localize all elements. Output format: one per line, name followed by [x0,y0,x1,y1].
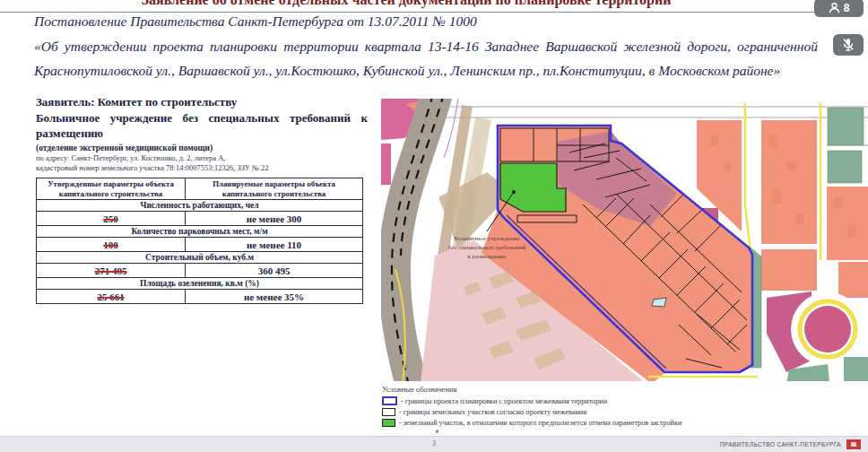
table-row: 100 не менее 110 [37,238,363,252]
planned-value: не менее 110 [186,238,363,252]
approved-value: 250 [37,212,186,226]
legend-item-label: - земельный участок, в отношении которог… [399,419,681,427]
page-title: Заявление об отмене отдельных частей док… [0,0,812,8]
site-plan-svg: Больничное учреждение без специальных тр… [381,99,868,381]
table-row: 250 не менее 300 [37,212,363,226]
resolution-description: «Об утверждении проекта планировки терри… [34,35,818,83]
table-row: Численность работающих, чел [37,200,363,212]
footer-org: ПРАВИТЕЛЬСТВО САНКТ-ПЕТЕРБУРГА [720,439,861,449]
table-header-row: Утвержденные параметры объекта капитальн… [37,178,363,200]
participants-button[interactable]: 8 [814,0,864,17]
col-header-approved: Утвержденные параметры объекта капитальн… [37,178,186,200]
category-label: Площадь озеленения, кв.м (%) [37,278,363,290]
table-row: Строительный объем, куб.м [37,252,363,264]
category-label: Численность работающих, чел [37,200,363,212]
applicant-block: Заявитель: Комитет по строительству Боль… [36,94,368,173]
category-label: Строительный объем, куб.м [37,252,363,264]
parameters-table: Утвержденные параметры объекта капитальн… [36,178,363,304]
legend-item-label: - границы земельных участков согласно пр… [399,408,586,416]
category-label: Количество парковочных мест, м/м [37,226,363,238]
map-label-line: к размещению [467,253,506,260]
site-plan-map: Больничное учреждение без специальных тр… [381,99,868,381]
legend-title: Условные обозначения [382,385,681,394]
map-label-line: без специальных требований [448,244,526,251]
legend-swatch-boundary-icon [382,396,397,405]
object-subtitle: (отделение экстренной медицинской помощи… [36,143,368,152]
map-label-line: Больничное учреждение [454,235,519,242]
participants-count: 8 [844,2,850,14]
planned-value: не менее 35% [186,290,363,304]
planned-value: 360 495 [186,264,363,278]
title-divider [0,12,816,13]
spb-government-logo-icon [846,439,861,449]
footer-bar: 3 ПРАВИТЕЛЬСТВО САНКТ-ПЕТЕРБУРГА [0,436,868,452]
legend-item: - границы проекта планировки с проектом … [382,396,681,405]
table-row: Площадь озеленения, кв.м (%) [37,278,363,290]
mic-muted-icon [842,38,855,52]
legend-item: - границы земельных участков согласно пр… [382,408,681,416]
person-icon [829,2,840,13]
applicant-label: Заявитель: Комитет по строительству [36,94,368,110]
green-parcel [500,163,566,212]
resolution-line: Постановление Правительства Санкт-Петерб… [34,13,814,30]
mute-button[interactable] [833,34,864,56]
col-header-planned: Планируемые параметры объекта капитально… [186,178,363,200]
planned-value: не менее 300 [186,212,363,226]
legend-item: - земельный участок, в отношении которог… [382,419,681,427]
approved-value: 271 495 [37,264,186,278]
legend-swatch-green-parcel-icon [382,419,395,427]
table-row: 271 495 360 495 [37,264,363,278]
table-row: 25 661 не менее 35% [37,290,363,304]
map-legend: Условные обозначения - границы проекта п… [382,385,681,427]
legend-item-label: - границы проекта планировки с проектом … [401,397,607,405]
table-row: Количество парковочных мест, м/м [37,226,363,238]
object-title: Больничное учреждение без специальных тр… [36,110,368,142]
approved-value: 100 [37,238,186,252]
object-address: по адресу: Санкт-Петербург, ул. Костюшко… [36,153,368,173]
footer-dot [436,430,438,433]
approved-value: 25 661 [37,290,186,304]
address-line-1: по адресу: Санкт-Петербург, ул. Костюшко… [36,153,368,163]
legend-swatch-parcels-icon [382,408,395,416]
org-name: ПРАВИТЕЛЬСТВО САНКТ-ПЕТЕРБУРГА [720,441,841,448]
address-line-2: кадастровый номер земельного участка 78:… [36,163,368,173]
